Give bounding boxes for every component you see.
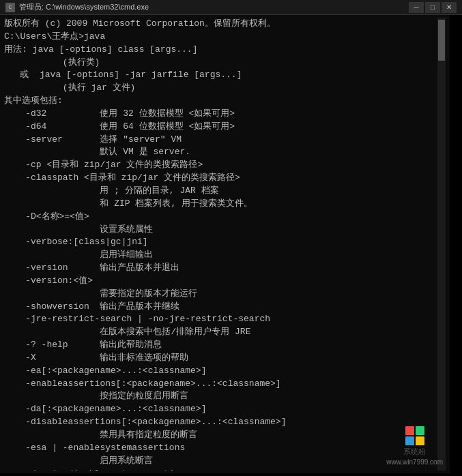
windows-logo-icon (405, 426, 424, 445)
cmd-line: 需要指定的版本才能运行 (4, 288, 437, 301)
cmd-line: 按指定的粒度启用断言 (4, 390, 437, 403)
win-sq-yellow (416, 436, 424, 445)
win-sq-blue (405, 436, 414, 445)
cmd-line: -version:<值> (4, 275, 437, 288)
win-sq-red (405, 426, 414, 435)
title-bar-controls: ─ □ ✕ (409, 2, 457, 13)
cmd-line: -? -help 输出此帮助消息 (4, 339, 437, 352)
cmd-line: 其中选项包括: (4, 95, 437, 108)
cmd-content: 版权所有 (c) 2009 Microsoft Corporation。保留所有… (4, 18, 437, 471)
cmd-line: -verbose:[class|gc|jni] (4, 236, 437, 249)
cmd-line: -X 输出非标准选项的帮助 (4, 352, 437, 365)
title-bar-text: 管理员: C:\windows\system32\cmd.exe (19, 2, 149, 12)
scrollbar[interactable] (437, 18, 446, 471)
cmd-line: -d32 使用 32 位数据模型 <如果可用> (4, 108, 437, 121)
cmd-line: -da[:<packagename>...:<classname>] (4, 403, 437, 416)
watermark: 系统粉 www.win7999.com (327, 419, 450, 473)
cmd-line: -showversion 输出产品版本并继续 (4, 301, 437, 314)
cmd-line: 或 java [-options] -jar jarfile [args...] (4, 69, 437, 82)
cmd-line: 和 ZIP 档案列表, 用于搜索类文件。 (4, 198, 437, 211)
cmd-line: -jre-restrict-search | -no-jre-restrict-… (4, 313, 437, 326)
win-sq-green (416, 426, 424, 435)
cmd-line: 启用详细输出 (4, 249, 437, 262)
cmd-icon: C (5, 3, 15, 12)
cmd-line: (执行类) (4, 57, 437, 70)
cmd-area: 版权所有 (c) 2009 Microsoft Corporation。保留所有… (0, 15, 450, 473)
maximize-button[interactable]: □ (425, 2, 440, 13)
cmd-line: -enableassertions[:<packagename>...:<cla… (4, 378, 437, 391)
cmd-line: 默认 VM 是 server. (4, 146, 437, 159)
cmd-line: (执行 jar 文件) (4, 82, 437, 95)
cmd-line: -d64 使用 64 位数据模型 <如果可用> (4, 121, 437, 134)
cmd-line: -classpath <目录和 zip/jar 文件的类搜索路径> (4, 172, 437, 185)
watermark-brand-text: 系统粉 (403, 447, 426, 457)
title-bar-left: C 管理员: C:\windows\system32\cmd.exe (5, 2, 149, 12)
minimize-button[interactable]: ─ (409, 2, 424, 13)
watermark-site-text: www.win7999.com (386, 458, 443, 466)
cmd-line: -cp <目录和 zip/jar 文件的类搜索路径> (4, 159, 437, 172)
cmd-line: 用法: java [-options] class [args...] (4, 44, 437, 57)
cmd-line: -ea[:<packagename>...:<classname>] (4, 365, 437, 378)
title-bar: C 管理员: C:\windows\system32\cmd.exe ─ □ ✕ (0, 0, 462, 15)
cmd-line: 在版本搜索中包括/排除用户专用 JRE (4, 326, 437, 339)
cmd-line: 版权所有 (c) 2009 Microsoft Corporation。保留所有… (4, 18, 437, 31)
cmd-line: 用 ; 分隔的目录, JAR 档案 (4, 185, 437, 198)
cmd-line: 设置系统属性 (4, 224, 437, 237)
watermark-logo: 系统粉 www.win7999.com (386, 426, 443, 466)
cmd-line: -D<名称>=<值> (4, 211, 437, 224)
close-button[interactable]: ✕ (442, 2, 457, 13)
scrollbar-thumb[interactable] (438, 20, 445, 61)
cmd-line: -server 选择 "server" VM (4, 134, 437, 147)
cmd-line: C:\Users\王孝点>java (4, 31, 437, 44)
cmd-line: -version 输出产品版本并退出 (4, 262, 437, 275)
